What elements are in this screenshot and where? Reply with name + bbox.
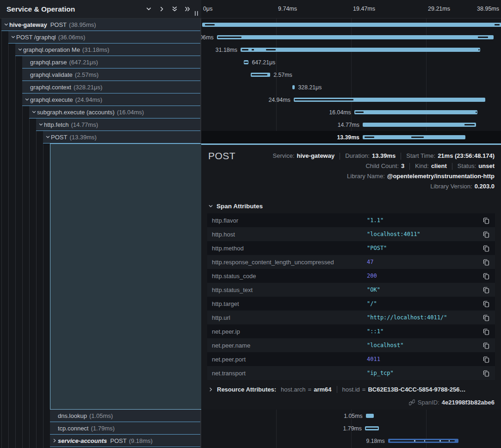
operation-name: http.fetch bbox=[44, 121, 68, 128]
span-row-graphql-operation-me[interactable]: graphql.operation Me(31.18ms) bbox=[15, 44, 200, 56]
bar-duration-label: 36.06ms bbox=[201, 34, 214, 41]
overview-value: @opentelemetry/instrumentation-http bbox=[387, 172, 495, 180]
span-bar[interactable] bbox=[244, 60, 249, 64]
span-row-http-fetch[interactable]: http.fetch(14.77ms) bbox=[36, 118, 200, 131]
attribute-key: http.url bbox=[212, 314, 367, 321]
attribute-key: http.method bbox=[212, 245, 367, 252]
overview-value: 3 bbox=[401, 162, 404, 170]
span-attributes-header[interactable]: Span Attributes bbox=[208, 203, 501, 210]
span-attributes-table: http.flavor"1.1"http.host"localhost:4011… bbox=[207, 213, 495, 380]
span-row-graphql-parse[interactable]: graphql.parse(647.21μs) bbox=[22, 56, 200, 68]
attribute-key: http.target bbox=[212, 300, 367, 307]
chevron-down-icon[interactable] bbox=[25, 97, 30, 102]
span-duration: (13.39ms) bbox=[69, 134, 97, 141]
span-bar[interactable] bbox=[202, 23, 501, 27]
span-duration: (2.57ms) bbox=[75, 71, 99, 78]
copy-value-button[interactable] bbox=[482, 341, 490, 349]
axis-tick: 19.47ms bbox=[353, 6, 375, 12]
attribute-value: "1.1" bbox=[367, 217, 482, 224]
attribute-value: "POST" bbox=[367, 245, 482, 251]
copy-value-button[interactable] bbox=[482, 230, 490, 238]
copy-value-button[interactable] bbox=[482, 369, 490, 377]
bar-duration-label: 1.79ms bbox=[343, 425, 362, 432]
span-timeline-row: 2.57ms bbox=[201, 68, 501, 81]
span-bar[interactable] bbox=[365, 426, 379, 430]
copy-icon bbox=[483, 286, 489, 293]
copy-value-button[interactable] bbox=[482, 272, 490, 280]
span-row-subgraph-execute-accounts-[interactable]: subgraph.execute (accounts)(16.04ms) bbox=[29, 106, 200, 118]
span-row-post[interactable]: hive-gatewayPOST(38.95ms) bbox=[1, 19, 200, 31]
expand-all-icon[interactable] bbox=[181, 4, 194, 15]
span-row-post[interactable]: POST(13.39ms) bbox=[43, 131, 200, 143]
span-bar[interactable] bbox=[363, 135, 465, 139]
collapse-all-icon[interactable] bbox=[168, 4, 181, 15]
span-overview: Service:hive-gatewayDuration:13.39msStar… bbox=[208, 150, 495, 191]
resource-attributes-row[interactable]: Resource Attributes: host.arch=arm64host… bbox=[208, 386, 501, 393]
copy-icon bbox=[483, 217, 489, 224]
span-bar[interactable] bbox=[217, 35, 494, 39]
span-bar[interactable] bbox=[363, 123, 476, 127]
span-bar[interactable] bbox=[292, 85, 295, 89]
span-row-graphql-execute[interactable]: graphql.execute(24.94ms) bbox=[22, 93, 200, 106]
bar-duration-label: 24.94ms bbox=[268, 97, 290, 103]
span-row-dns-lookup[interactable]: dns.lookup(1.05ms) bbox=[50, 410, 200, 422]
copy-icon bbox=[483, 356, 489, 363]
copy-value-button[interactable] bbox=[482, 327, 490, 336]
attribute-value: 200 bbox=[367, 273, 482, 279]
span-bar[interactable] bbox=[294, 98, 485, 102]
timeline-axis: 0μs9.74ms19.47ms29.21ms38.95ms bbox=[201, 0, 501, 19]
span-id-value: 4e21998f3b82abe6 bbox=[442, 399, 495, 406]
link-icon[interactable] bbox=[409, 399, 415, 405]
copy-value-button[interactable] bbox=[482, 216, 490, 224]
copy-value-button[interactable] bbox=[482, 299, 490, 308]
resource-value: BC62E13B-C4CC-5854-9788-256… bbox=[368, 386, 465, 393]
chevron-down-icon[interactable] bbox=[4, 22, 9, 27]
chevron-down-icon[interactable] bbox=[45, 135, 50, 139]
copy-icon bbox=[483, 259, 489, 266]
operation-name: POST bbox=[51, 134, 67, 141]
span-timeline-row: 1.05ms bbox=[201, 410, 501, 422]
span-row-tcp-connect[interactable]: tcp.connect(1.79ms) bbox=[50, 422, 200, 435]
span-row-graphql-validate[interactable]: graphql.validate(2.57ms) bbox=[22, 68, 200, 81]
span-bar[interactable] bbox=[366, 414, 374, 418]
attribute-value: 47 bbox=[367, 259, 482, 265]
overview-label: Kind: bbox=[415, 162, 429, 170]
span-bar[interactable] bbox=[354, 110, 477, 114]
span-row-graphql-context[interactable]: graphql.context(328.21μs) bbox=[22, 81, 200, 93]
service-name: service-accounts bbox=[58, 437, 107, 444]
overview-value: unset bbox=[478, 162, 495, 170]
span-bar[interactable] bbox=[241, 48, 480, 52]
span-detail-title: POST bbox=[208, 150, 235, 162]
attribute-row: http.host"localhost:4011" bbox=[207, 227, 495, 241]
span-row-post-graphql[interactable]: POST /graphql(36.06ms) bbox=[8, 31, 200, 44]
overview-label: Duration: bbox=[345, 152, 370, 160]
span-bar[interactable] bbox=[251, 73, 271, 77]
chevron-right-icon[interactable] bbox=[52, 438, 57, 443]
attribute-value: "::1" bbox=[367, 328, 482, 335]
attribute-row: net.peer.ip"::1" bbox=[207, 324, 495, 338]
span-duration: (9.18ms) bbox=[129, 437, 153, 444]
span-duration: (1.05ms) bbox=[89, 412, 113, 419]
chevron-down-icon[interactable] bbox=[18, 47, 23, 52]
resource-value: arm64 bbox=[314, 386, 331, 393]
copy-icon bbox=[483, 342, 489, 349]
copy-value-button[interactable] bbox=[482, 313, 490, 322]
attribute-value: "localhost" bbox=[367, 342, 482, 348]
span-bar[interactable] bbox=[388, 439, 458, 443]
pane-resize-handle[interactable] bbox=[195, 11, 200, 17]
chevron-down-icon[interactable] bbox=[31, 110, 37, 114]
operation-name: graphql.execute bbox=[30, 96, 73, 103]
copy-icon bbox=[483, 328, 489, 335]
chevron-down-icon[interactable] bbox=[11, 35, 16, 39]
collapse-one-icon[interactable] bbox=[142, 4, 155, 15]
span-row-post[interactable]: service-accountsPOST(9.18ms) bbox=[50, 435, 200, 447]
overview-label: Status: bbox=[458, 162, 476, 170]
copy-value-button[interactable] bbox=[482, 286, 490, 294]
overview-value: client bbox=[431, 162, 447, 170]
expand-one-icon[interactable] bbox=[155, 4, 168, 15]
copy-value-button[interactable] bbox=[482, 355, 490, 363]
chevron-down-icon bbox=[208, 204, 213, 209]
copy-value-button[interactable] bbox=[482, 244, 490, 252]
chevron-down-icon[interactable] bbox=[38, 122, 43, 127]
copy-value-button[interactable] bbox=[482, 258, 490, 266]
